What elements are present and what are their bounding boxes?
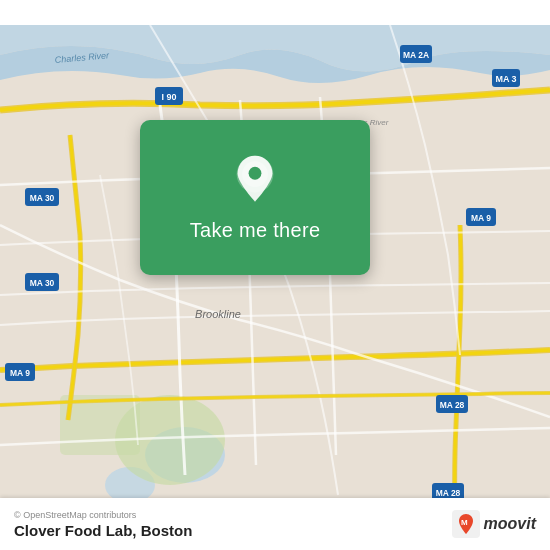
svg-text:MA 2A: MA 2A (403, 50, 429, 60)
take-me-there-button[interactable]: Take me there (190, 219, 321, 242)
svg-text:MA 28: MA 28 (440, 400, 465, 410)
moovit-icon: M (452, 510, 480, 538)
moovit-brand-text: moovit (484, 515, 536, 533)
svg-text:Brookline: Brookline (195, 308, 241, 320)
svg-text:MA 9: MA 9 (10, 368, 30, 378)
svg-point-28 (249, 166, 262, 179)
bottom-bar: © OpenStreetMap contributors Clover Food… (0, 498, 550, 550)
map-background: I 90 MA 2A MA 3 MA 30 MA 30 MA 9 MA 9 MA… (0, 0, 550, 550)
location-card[interactable]: Take me there (140, 120, 370, 275)
svg-text:MA 9: MA 9 (471, 213, 491, 223)
svg-text:MA 30: MA 30 (30, 193, 55, 203)
map-container: I 90 MA 2A MA 3 MA 30 MA 30 MA 9 MA 9 MA… (0, 0, 550, 550)
moovit-logo: M moovit (452, 510, 536, 538)
svg-text:MA 30: MA 30 (30, 278, 55, 288)
svg-text:I 90: I 90 (161, 92, 176, 102)
bottom-left-section: © OpenStreetMap contributors Clover Food… (14, 510, 192, 539)
location-name: Clover Food Lab, Boston (14, 522, 192, 539)
map-pin-icon (230, 154, 280, 209)
map-attribution: © OpenStreetMap contributors (14, 510, 192, 520)
svg-text:MA 3: MA 3 (495, 74, 516, 84)
svg-text:MA 28: MA 28 (436, 488, 461, 498)
svg-text:M: M (461, 518, 468, 527)
